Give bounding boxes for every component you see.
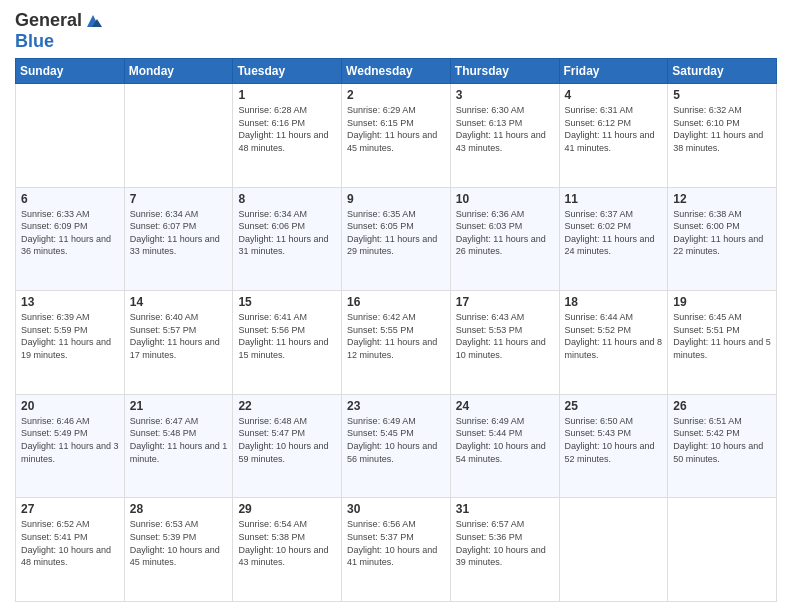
calendar-day-header: Wednesday bbox=[342, 59, 451, 84]
calendar-cell: 21Sunrise: 6:47 AM Sunset: 5:48 PM Dayli… bbox=[124, 394, 233, 498]
calendar-cell bbox=[668, 498, 777, 602]
day-info: Sunrise: 6:30 AM Sunset: 6:13 PM Dayligh… bbox=[456, 104, 554, 154]
calendar-cell: 28Sunrise: 6:53 AM Sunset: 5:39 PM Dayli… bbox=[124, 498, 233, 602]
header: General Blue bbox=[15, 10, 777, 52]
calendar-cell: 29Sunrise: 6:54 AM Sunset: 5:38 PM Dayli… bbox=[233, 498, 342, 602]
calendar-cell: 12Sunrise: 6:38 AM Sunset: 6:00 PM Dayli… bbox=[668, 187, 777, 291]
day-number: 11 bbox=[565, 192, 663, 206]
day-info: Sunrise: 6:51 AM Sunset: 5:42 PM Dayligh… bbox=[673, 415, 771, 465]
day-number: 14 bbox=[130, 295, 228, 309]
day-info: Sunrise: 6:49 AM Sunset: 5:44 PM Dayligh… bbox=[456, 415, 554, 465]
day-number: 10 bbox=[456, 192, 554, 206]
day-info: Sunrise: 6:38 AM Sunset: 6:00 PM Dayligh… bbox=[673, 208, 771, 258]
day-number: 28 bbox=[130, 502, 228, 516]
calendar-cell: 6Sunrise: 6:33 AM Sunset: 6:09 PM Daylig… bbox=[16, 187, 125, 291]
calendar-cell bbox=[559, 498, 668, 602]
day-number: 24 bbox=[456, 399, 554, 413]
day-number: 18 bbox=[565, 295, 663, 309]
calendar-cell: 25Sunrise: 6:50 AM Sunset: 5:43 PM Dayli… bbox=[559, 394, 668, 498]
day-number: 22 bbox=[238, 399, 336, 413]
day-info: Sunrise: 6:49 AM Sunset: 5:45 PM Dayligh… bbox=[347, 415, 445, 465]
day-info: Sunrise: 6:31 AM Sunset: 6:12 PM Dayligh… bbox=[565, 104, 663, 154]
calendar-cell: 11Sunrise: 6:37 AM Sunset: 6:02 PM Dayli… bbox=[559, 187, 668, 291]
calendar-cell: 9Sunrise: 6:35 AM Sunset: 6:05 PM Daylig… bbox=[342, 187, 451, 291]
day-number: 5 bbox=[673, 88, 771, 102]
day-info: Sunrise: 6:45 AM Sunset: 5:51 PM Dayligh… bbox=[673, 311, 771, 361]
calendar-cell: 4Sunrise: 6:31 AM Sunset: 6:12 PM Daylig… bbox=[559, 84, 668, 188]
logo-combined: General bbox=[15, 10, 104, 31]
day-info: Sunrise: 6:48 AM Sunset: 5:47 PM Dayligh… bbox=[238, 415, 336, 465]
day-number: 9 bbox=[347, 192, 445, 206]
calendar-cell: 10Sunrise: 6:36 AM Sunset: 6:03 PM Dayli… bbox=[450, 187, 559, 291]
day-info: Sunrise: 6:39 AM Sunset: 5:59 PM Dayligh… bbox=[21, 311, 119, 361]
calendar-cell: 16Sunrise: 6:42 AM Sunset: 5:55 PM Dayli… bbox=[342, 291, 451, 395]
calendar-cell bbox=[124, 84, 233, 188]
day-number: 23 bbox=[347, 399, 445, 413]
calendar-cell: 19Sunrise: 6:45 AM Sunset: 5:51 PM Dayli… bbox=[668, 291, 777, 395]
calendar-table: SundayMondayTuesdayWednesdayThursdayFrid… bbox=[15, 58, 777, 602]
calendar-cell: 14Sunrise: 6:40 AM Sunset: 5:57 PM Dayli… bbox=[124, 291, 233, 395]
calendar-day-header: Monday bbox=[124, 59, 233, 84]
day-info: Sunrise: 6:43 AM Sunset: 5:53 PM Dayligh… bbox=[456, 311, 554, 361]
logo: General Blue bbox=[15, 10, 104, 52]
calendar-header-row: SundayMondayTuesdayWednesdayThursdayFrid… bbox=[16, 59, 777, 84]
day-info: Sunrise: 6:47 AM Sunset: 5:48 PM Dayligh… bbox=[130, 415, 228, 465]
calendar-week-row: 27Sunrise: 6:52 AM Sunset: 5:41 PM Dayli… bbox=[16, 498, 777, 602]
calendar-cell: 24Sunrise: 6:49 AM Sunset: 5:44 PM Dayli… bbox=[450, 394, 559, 498]
day-number: 2 bbox=[347, 88, 445, 102]
day-info: Sunrise: 6:42 AM Sunset: 5:55 PM Dayligh… bbox=[347, 311, 445, 361]
day-info: Sunrise: 6:36 AM Sunset: 6:03 PM Dayligh… bbox=[456, 208, 554, 258]
calendar-cell: 30Sunrise: 6:56 AM Sunset: 5:37 PM Dayli… bbox=[342, 498, 451, 602]
day-number: 17 bbox=[456, 295, 554, 309]
day-number: 15 bbox=[238, 295, 336, 309]
calendar-cell: 17Sunrise: 6:43 AM Sunset: 5:53 PM Dayli… bbox=[450, 291, 559, 395]
day-info: Sunrise: 6:46 AM Sunset: 5:49 PM Dayligh… bbox=[21, 415, 119, 465]
day-info: Sunrise: 6:50 AM Sunset: 5:43 PM Dayligh… bbox=[565, 415, 663, 465]
logo-general-text: General bbox=[15, 10, 82, 31]
day-number: 12 bbox=[673, 192, 771, 206]
day-number: 21 bbox=[130, 399, 228, 413]
calendar-week-row: 20Sunrise: 6:46 AM Sunset: 5:49 PM Dayli… bbox=[16, 394, 777, 498]
day-number: 7 bbox=[130, 192, 228, 206]
day-number: 16 bbox=[347, 295, 445, 309]
calendar-cell: 7Sunrise: 6:34 AM Sunset: 6:07 PM Daylig… bbox=[124, 187, 233, 291]
day-info: Sunrise: 6:33 AM Sunset: 6:09 PM Dayligh… bbox=[21, 208, 119, 258]
calendar-cell: 31Sunrise: 6:57 AM Sunset: 5:36 PM Dayli… bbox=[450, 498, 559, 602]
day-number: 1 bbox=[238, 88, 336, 102]
day-number: 6 bbox=[21, 192, 119, 206]
day-number: 3 bbox=[456, 88, 554, 102]
calendar-cell: 1Sunrise: 6:28 AM Sunset: 6:16 PM Daylig… bbox=[233, 84, 342, 188]
day-info: Sunrise: 6:54 AM Sunset: 5:38 PM Dayligh… bbox=[238, 518, 336, 568]
day-info: Sunrise: 6:52 AM Sunset: 5:41 PM Dayligh… bbox=[21, 518, 119, 568]
day-info: Sunrise: 6:56 AM Sunset: 5:37 PM Dayligh… bbox=[347, 518, 445, 568]
calendar-day-header: Saturday bbox=[668, 59, 777, 84]
calendar-week-row: 1Sunrise: 6:28 AM Sunset: 6:16 PM Daylig… bbox=[16, 84, 777, 188]
day-info: Sunrise: 6:29 AM Sunset: 6:15 PM Dayligh… bbox=[347, 104, 445, 154]
calendar-cell: 20Sunrise: 6:46 AM Sunset: 5:49 PM Dayli… bbox=[16, 394, 125, 498]
logo-blue-line: Blue bbox=[15, 31, 54, 52]
calendar-cell: 27Sunrise: 6:52 AM Sunset: 5:41 PM Dayli… bbox=[16, 498, 125, 602]
day-info: Sunrise: 6:41 AM Sunset: 5:56 PM Dayligh… bbox=[238, 311, 336, 361]
day-info: Sunrise: 6:28 AM Sunset: 6:16 PM Dayligh… bbox=[238, 104, 336, 154]
day-number: 4 bbox=[565, 88, 663, 102]
calendar-cell bbox=[16, 84, 125, 188]
day-info: Sunrise: 6:34 AM Sunset: 6:06 PM Dayligh… bbox=[238, 208, 336, 258]
logo-triangle-icon bbox=[83, 11, 103, 31]
day-number: 26 bbox=[673, 399, 771, 413]
calendar-day-header: Friday bbox=[559, 59, 668, 84]
calendar-cell: 18Sunrise: 6:44 AM Sunset: 5:52 PM Dayli… bbox=[559, 291, 668, 395]
day-number: 8 bbox=[238, 192, 336, 206]
page: General Blue SundayMondayTuesdayWednesda… bbox=[0, 0, 792, 612]
day-info: Sunrise: 6:37 AM Sunset: 6:02 PM Dayligh… bbox=[565, 208, 663, 258]
day-info: Sunrise: 6:34 AM Sunset: 6:07 PM Dayligh… bbox=[130, 208, 228, 258]
day-number: 30 bbox=[347, 502, 445, 516]
day-number: 20 bbox=[21, 399, 119, 413]
day-info: Sunrise: 6:57 AM Sunset: 5:36 PM Dayligh… bbox=[456, 518, 554, 568]
day-number: 27 bbox=[21, 502, 119, 516]
calendar-week-row: 13Sunrise: 6:39 AM Sunset: 5:59 PM Dayli… bbox=[16, 291, 777, 395]
calendar-cell: 13Sunrise: 6:39 AM Sunset: 5:59 PM Dayli… bbox=[16, 291, 125, 395]
calendar-cell: 23Sunrise: 6:49 AM Sunset: 5:45 PM Dayli… bbox=[342, 394, 451, 498]
day-info: Sunrise: 6:35 AM Sunset: 6:05 PM Dayligh… bbox=[347, 208, 445, 258]
day-number: 19 bbox=[673, 295, 771, 309]
day-number: 13 bbox=[21, 295, 119, 309]
